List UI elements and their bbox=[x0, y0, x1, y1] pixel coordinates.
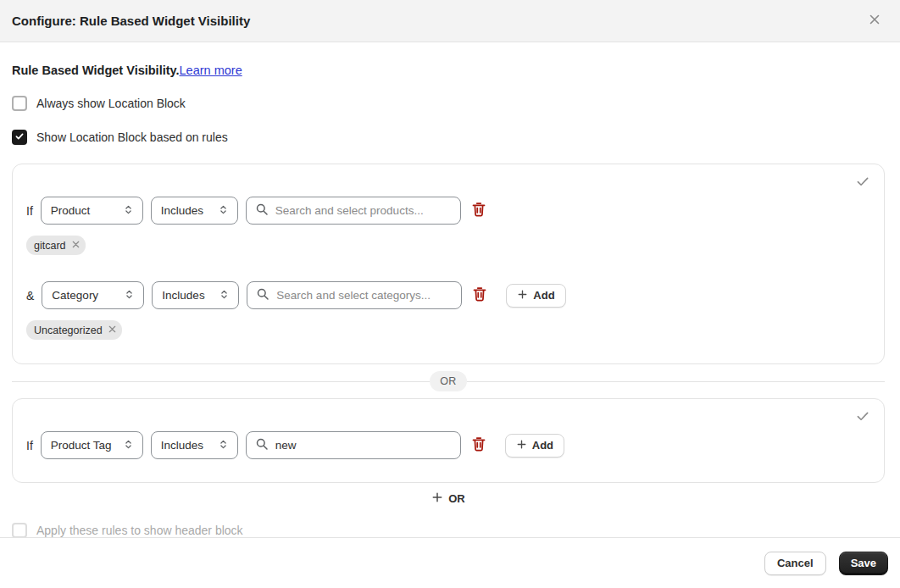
rule-prefix: If bbox=[26, 204, 33, 218]
close-icon bbox=[866, 11, 883, 31]
rule-row: & Category Includes bbox=[26, 281, 870, 309]
field-select-value: Product bbox=[51, 204, 91, 217]
header-block-label: Apply these rules to show header block bbox=[36, 524, 243, 537]
tag-row: Uncategorized bbox=[26, 320, 870, 340]
tag-row: gitcard bbox=[26, 236, 870, 255]
rule-card-1: If Product Includes bbox=[12, 164, 885, 364]
tag-label: Uncategorized bbox=[34, 325, 103, 336]
operator-select[interactable]: Includes bbox=[152, 281, 239, 309]
field-select[interactable]: Product bbox=[41, 197, 143, 225]
header-block-checkbox[interactable] bbox=[12, 523, 27, 537]
rule-row: If Product Includes bbox=[26, 197, 870, 225]
tag-remove-icon bbox=[71, 239, 81, 252]
add-condition-button[interactable]: Add bbox=[506, 284, 565, 308]
trash-icon bbox=[470, 435, 487, 455]
cancel-button[interactable]: Cancel bbox=[764, 552, 826, 575]
always-show-label: Always show Location Block bbox=[36, 97, 186, 110]
close-button[interactable] bbox=[863, 8, 886, 34]
delete-rule-button[interactable] bbox=[469, 434, 489, 457]
divider-line bbox=[467, 381, 885, 382]
add-button-label: Add bbox=[533, 289, 554, 302]
field-select[interactable]: Category bbox=[42, 281, 144, 309]
trash-icon bbox=[470, 201, 487, 220]
divider-line bbox=[12, 381, 430, 382]
option-show-by-rules: Show Location Block based on rules bbox=[12, 130, 885, 145]
category-search-box bbox=[247, 281, 462, 309]
rule-valid-check-icon bbox=[855, 174, 870, 191]
field-select[interactable]: Product Tag bbox=[41, 431, 143, 459]
show-by-rules-label: Show Location Block based on rules bbox=[36, 130, 228, 144]
search-icon bbox=[255, 437, 269, 453]
plus-icon bbox=[517, 289, 528, 302]
option-always-show: Always show Location Block bbox=[12, 96, 885, 111]
tag-label: gitcard bbox=[34, 240, 66, 252]
search-icon bbox=[255, 202, 269, 219]
chevron-updown-icon bbox=[123, 439, 134, 452]
chevron-updown-icon bbox=[219, 289, 230, 302]
modal-header: Configure: Rule Based Widget Visibility bbox=[0, 0, 900, 42]
configure-modal: Configure: Rule Based Widget Visibility … bbox=[0, 0, 900, 588]
delete-rule-button[interactable] bbox=[469, 284, 490, 307]
rule-row: If Product Tag Includes bbox=[26, 431, 870, 459]
trash-icon bbox=[471, 286, 488, 305]
add-or-group-label: OR bbox=[448, 492, 465, 505]
add-condition-button[interactable]: Add bbox=[505, 434, 564, 458]
search-icon bbox=[256, 287, 269, 303]
rule-prefix: & bbox=[26, 289, 34, 302]
category-search-input[interactable] bbox=[276, 289, 453, 302]
delete-rule-button[interactable] bbox=[469, 199, 489, 222]
field-select-value: Category bbox=[52, 289, 98, 302]
selected-tag: Uncategorized bbox=[26, 320, 122, 340]
rule-valid-check-icon bbox=[855, 408, 870, 426]
rule-card-2: If Product Tag Includes bbox=[12, 398, 885, 483]
save-button[interactable]: Save bbox=[839, 552, 888, 575]
option-header-block: Apply these rules to show header block bbox=[12, 523, 885, 537]
operator-select[interactable]: Includes bbox=[151, 431, 238, 459]
tag-remove-button[interactable] bbox=[108, 324, 117, 336]
plus-icon bbox=[516, 439, 527, 452]
or-divider: OR bbox=[12, 371, 885, 391]
tag-search-box bbox=[246, 431, 461, 459]
selected-tag: gitcard bbox=[26, 236, 86, 255]
chevron-updown-icon bbox=[218, 204, 229, 218]
add-button-label: Add bbox=[532, 439, 553, 452]
add-or-group-button[interactable]: OR bbox=[431, 491, 465, 506]
modal-title: Configure: Rule Based Widget Visibility bbox=[12, 14, 250, 28]
show-by-rules-checkbox[interactable] bbox=[12, 130, 27, 145]
tag-remove-button[interactable] bbox=[71, 239, 81, 252]
rule-prefix: If bbox=[26, 439, 33, 452]
product-search-box bbox=[246, 197, 461, 225]
chevron-updown-icon bbox=[124, 289, 135, 302]
operator-select-value: Includes bbox=[161, 439, 203, 452]
modal-body: Rule Based Widget Visibility.Learn more … bbox=[0, 42, 900, 537]
field-select-value: Product Tag bbox=[51, 439, 112, 452]
check-icon bbox=[14, 130, 25, 144]
tag-remove-icon bbox=[108, 324, 117, 336]
operator-select-value: Includes bbox=[161, 204, 203, 217]
chevron-updown-icon bbox=[123, 204, 134, 218]
or-divider-label: OR bbox=[430, 371, 466, 391]
product-search-input[interactable] bbox=[275, 204, 452, 217]
always-show-checkbox[interactable] bbox=[12, 96, 27, 111]
plus-icon bbox=[431, 491, 443, 506]
operator-select[interactable]: Includes bbox=[151, 197, 238, 225]
tag-search-input[interactable] bbox=[275, 439, 452, 452]
learn-more-link[interactable]: Learn more bbox=[180, 64, 242, 77]
intro-heading: Rule Based Widget Visibility. bbox=[12, 64, 180, 77]
operator-select-value: Includes bbox=[162, 289, 204, 302]
chevron-updown-icon bbox=[218, 439, 229, 452]
intro-heading-row: Rule Based Widget Visibility.Learn more bbox=[12, 64, 885, 77]
modal-footer: Cancel Save bbox=[0, 537, 900, 588]
